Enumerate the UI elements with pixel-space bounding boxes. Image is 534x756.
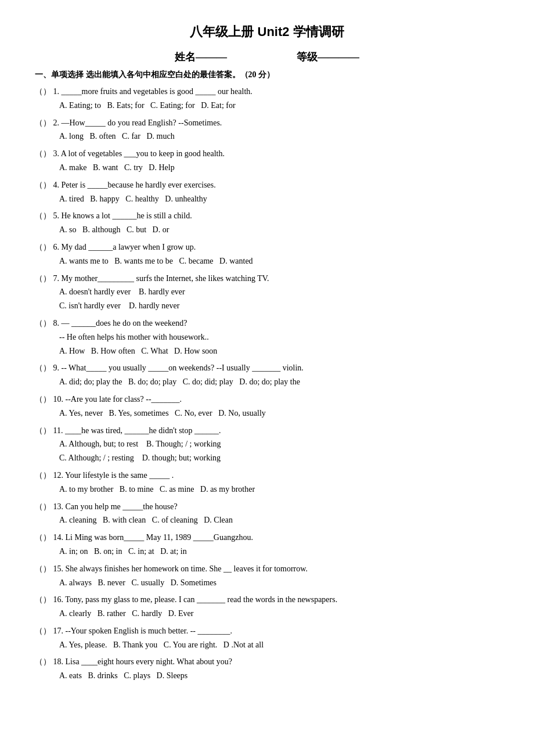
question-block: （） 6. My dad ______a lawyer when I grow … — [35, 240, 499, 268]
paren-left: （ — [35, 147, 43, 161]
question-line: （） 12. Your lifestyle is the same _____ … — [35, 469, 499, 483]
paren-right: ） — [43, 424, 51, 438]
paren-left: （ — [35, 240, 43, 254]
paren-right: ） — [43, 593, 51, 607]
question-line: （） 17. --Your spoken English is much bet… — [35, 624, 499, 638]
question-text: 15. She always finishes her homework on … — [51, 562, 499, 576]
options-line: A. clearly B. rather C. hardly D. Ever — [35, 607, 499, 621]
paren-left: （ — [35, 655, 43, 669]
paren-left: （ — [35, 316, 43, 330]
options-line: A. How B. How often C. What D. How soon — [35, 344, 499, 358]
question-line: （） 1. _____more fruits and vegetables is… — [35, 85, 499, 99]
question-text: 4. Peter is _____because he hardly ever … — [51, 178, 499, 192]
paren-right: ） — [43, 562, 51, 576]
paren-left: （ — [35, 85, 43, 99]
question-block: （） 12. Your lifestyle is the same _____ … — [35, 469, 499, 496]
question-block: （） 9. -- What_____ you usually _____on w… — [35, 361, 499, 389]
question-line: （） 10. --Are you late for class? --_____… — [35, 393, 499, 406]
question-text: 18. Lisa ____eight hours every night. Wh… — [51, 655, 499, 669]
question-line: （） 11. ____he was tired, ______he didn't… — [35, 424, 499, 438]
question-block: （） 1. _____more fruits and vegetables is… — [35, 85, 499, 113]
paren-right: ） — [43, 361, 51, 375]
options-line: A. wants me to B. wants me to be C. beca… — [35, 254, 499, 268]
paren-right: ） — [43, 531, 51, 545]
options-line: A. so B. although C. but D. or — [35, 223, 499, 237]
options-line: A. make B. want C. try D. Help — [35, 161, 499, 175]
options-line1: A. Although, but; to rest B. Though; / ;… — [35, 437, 499, 451]
question-line: （） 9. -- What_____ you usually _____on w… — [35, 361, 499, 375]
question-line: （） 7. My mother_________ surfs the Inter… — [35, 272, 499, 286]
question-line: （） 14. Li Ming was born_____ May 11, 198… — [35, 531, 499, 545]
question-text: 17. --Your spoken English is much better… — [51, 624, 499, 638]
question-block: （） 3. A lot of vegetables ___you to keep… — [35, 147, 499, 175]
paren-left: （ — [35, 272, 43, 286]
question-block: （） 11. ____he was tired, ______he didn't… — [35, 424, 499, 465]
options-line: A. cleaning B. with clean C. of cleaning… — [35, 513, 499, 527]
page-title: 八年级上册 Unit2 学情调研 — [35, 23, 499, 41]
paren-left: （ — [35, 469, 43, 483]
paren-right: ） — [43, 178, 51, 192]
question-text: 7. My mother_________ surfs the Internet… — [51, 272, 499, 286]
question-line: （） 18. Lisa ____eight hours every night.… — [35, 655, 499, 669]
question-line: （） 3. A lot of vegetables ___you to keep… — [35, 147, 499, 161]
question-block: （） 13. Can you help me _____the house?A.… — [35, 500, 499, 528]
question-block: （） 7. My mother_________ surfs the Inter… — [35, 272, 499, 313]
paren-right: ） — [43, 316, 51, 330]
question-text: 11. ____he was tired, ______he didn't st… — [51, 424, 499, 438]
question-text: 10. --Are you late for class? --_______. — [51, 393, 499, 406]
question-block: （） 17. --Your spoken English is much bet… — [35, 624, 499, 652]
question-text: 13. Can you help me _____the house? — [51, 500, 499, 514]
options-line: A. always B. never C. usually D. Sometim… — [35, 576, 499, 590]
paren-right: ） — [43, 209, 51, 223]
question-block: （） 14. Li Ming was born_____ May 11, 198… — [35, 531, 499, 559]
question-text: 6. My dad ______a lawyer when I grow up. — [51, 240, 499, 254]
question-line: （） 6. My dad ______a lawyer when I grow … — [35, 240, 499, 254]
options-line2: C. isn't hardly ever D. hardly never — [35, 299, 499, 313]
name-label: 姓名——— — [175, 50, 227, 64]
options-line1: A. doesn't hardly ever B. hardly ever — [35, 285, 499, 299]
question-text: 1. _____more fruits and vegetables is go… — [51, 85, 499, 99]
options-line: A. eats B. drinks C. plays D. Sleeps — [35, 669, 499, 683]
question-text2: -- He often helps his mother with housew… — [35, 330, 499, 344]
question-block: （） 4. Peter is _____because he hardly ev… — [35, 178, 499, 206]
paren-right: ） — [43, 500, 51, 514]
paren-left: （ — [35, 593, 43, 607]
question-text: 5. He knows a lot ______he is still a ch… — [51, 209, 499, 223]
paren-right: ） — [43, 116, 51, 130]
options-line: A. Yes, never B. Yes, sometimes C. No, e… — [35, 406, 499, 420]
options-line: A. did; do; play the B. do; do; play C. … — [35, 375, 499, 389]
question-block: （） 2. —How_____ do you read English? --S… — [35, 116, 499, 144]
question-text: 3. A lot of vegetables ___you to keep in… — [51, 147, 499, 161]
question-block: （） 15. She always finishes her homework … — [35, 562, 499, 590]
question-line: （） 5. He knows a lot ______he is still a… — [35, 209, 499, 223]
paren-left: （ — [35, 361, 43, 375]
options-line: A. Eating; to B. Eats; for C. Eating; fo… — [35, 99, 499, 113]
paren-right: ） — [43, 240, 51, 254]
options-line: A. in; on B. on; in C. in; at D. at; in — [35, 545, 499, 559]
paren-right: ） — [43, 393, 51, 406]
question-line: （） 4. Peter is _____because he hardly ev… — [35, 178, 499, 192]
question-line: （） 15. She always finishes her homework … — [35, 562, 499, 576]
question-line: （） 2. —How_____ do you read English? --S… — [35, 116, 499, 130]
question-text: 14. Li Ming was born_____ May 11, 1989 _… — [51, 531, 499, 545]
paren-right: ） — [43, 272, 51, 286]
options-line: A. long B. often C. far D. much — [35, 129, 499, 143]
options-line: A. tired B. happy C. healthy D. unhealth… — [35, 192, 499, 206]
grade-label: 等级———— — [297, 50, 359, 64]
question-block: （） 16. Tony, pass my glass to me, please… — [35, 593, 499, 621]
paren-right: ） — [43, 624, 51, 638]
paren-left: （ — [35, 531, 43, 545]
question-block: （） 10. --Are you late for class? --_____… — [35, 393, 499, 420]
paren-left: （ — [35, 393, 43, 406]
question-line: （） 8. — ______does he do on the weekend? — [35, 316, 499, 330]
paren-left: （ — [35, 624, 43, 638]
paren-left: （ — [35, 500, 43, 514]
question-text: 8. — ______does he do on the weekend? — [51, 316, 499, 330]
question-block: （） 8. — ______does he do on the weekend?… — [35, 316, 499, 358]
options-line: A. to my brother B. to mine C. as mine D… — [35, 483, 499, 496]
options-line: A. Yes, please. B. Thank you C. You are … — [35, 638, 499, 652]
question-line: （） 16. Tony, pass my glass to me, please… — [35, 593, 499, 607]
paren-left: （ — [35, 116, 43, 130]
paren-right: ） — [43, 655, 51, 669]
paren-left: （ — [35, 209, 43, 223]
